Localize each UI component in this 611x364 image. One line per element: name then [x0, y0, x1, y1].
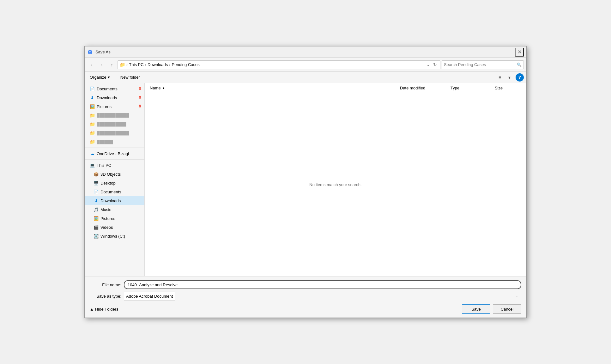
documents-pc-icon: 📄 — [94, 189, 99, 194]
organize-button[interactable]: Organize ▾ — [87, 73, 112, 82]
file-type-wrapper: Adobe Acrobat Document ⌄ — [124, 292, 521, 300]
search-input[interactable] — [444, 62, 517, 67]
view-list-button[interactable]: ≡ — [495, 73, 504, 82]
close-button[interactable]: ✕ — [515, 48, 524, 57]
sidebar-item-onedrive[interactable]: ☁ OneDrive - Bizagi — [85, 149, 144, 158]
file-name-input-wrapper — [124, 280, 521, 289]
downloads-pc-icon: ⬇ — [94, 198, 99, 203]
sidebar-item-folder3[interactable]: 📁 ████████████ — [85, 129, 144, 137]
column-header-size[interactable]: Size — [492, 83, 524, 93]
3d-objects-icon: 📦 — [94, 172, 99, 177]
sidebar: 📄 Documents 📌 ⬇ Downloads 📌 🖼️ Pictures … — [85, 83, 145, 276]
view-buttons: ≡ ▾ ? — [495, 73, 524, 82]
folder-icon-2: 📁 — [90, 122, 95, 127]
address-dropdown-icon[interactable]: ⌄ — [426, 62, 431, 67]
onedrive-icon: ☁ — [90, 151, 95, 156]
column-header-type[interactable]: Type — [448, 83, 492, 93]
pin-icon-2: 📌 — [137, 95, 142, 100]
title-bar: Save As ✕ — [85, 46, 526, 58]
address-bar[interactable]: 📁 › This PC › Downloads › Pending Cases … — [118, 60, 440, 69]
sidebar-item-desktop[interactable]: 🖥️ Desktop — [85, 179, 144, 187]
documents-icon: 📄 — [90, 86, 95, 91]
file-list: Name ▲ Date modified Type Size No items … — [145, 83, 526, 276]
file-name-row: File name: — [90, 280, 521, 289]
folder-icon: 📁 — [120, 62, 125, 67]
save-as-dialog: Save As ✕ ‹ › ↑ 📁 › This PC › Downloads … — [84, 46, 527, 318]
sidebar-item-pictures-quick[interactable]: 🖼️ Pictures 📌 — [85, 102, 144, 111]
sidebar-item-downloads-pc[interactable]: ⬇ Downloads — [85, 196, 144, 205]
toolbar-separator — [115, 74, 115, 81]
sidebar-item-folder4[interactable]: 📁 ██████ — [85, 137, 144, 146]
cancel-button[interactable]: Cancel — [493, 304, 521, 314]
pictures-pc-icon: 🖼️ — [94, 216, 99, 221]
desktop-icon: 🖥️ — [94, 180, 99, 185]
search-box[interactable]: 🔍 — [442, 60, 524, 69]
hide-folders-arrow: ▲ — [90, 307, 94, 312]
folder-icon-3: 📁 — [90, 130, 95, 136]
dialog-title: Save As — [95, 50, 515, 54]
music-icon: 🎵 — [94, 207, 99, 212]
bottom-bar: File name: Save as type: Adobe Acrobat D… — [85, 276, 526, 318]
new-folder-button[interactable]: New folder — [118, 73, 142, 82]
pin-icon-3: 📌 — [137, 104, 142, 109]
dialog-icon — [87, 49, 93, 55]
sidebar-item-folder1[interactable]: 📁 ████████████ — [85, 111, 144, 120]
sidebar-item-videos[interactable]: 🎬 Videos — [85, 223, 144, 232]
file-list-header: Name ▲ Date modified Type Size — [145, 83, 526, 93]
svg-point-2 — [89, 51, 91, 53]
downloads-icon: ⬇ — [90, 95, 95, 100]
save-type-row: Save as type: Adobe Acrobat Document ⌄ — [90, 292, 521, 300]
address-parts: › This PC › Downloads › Pending Cases — [126, 62, 425, 67]
save-as-type-select[interactable]: Adobe Acrobat Document — [124, 292, 175, 300]
file-name-label: File name: — [90, 282, 121, 287]
address-pending-cases[interactable]: Pending Cases — [171, 62, 200, 67]
sidebar-divider-1 — [85, 148, 144, 148]
this-pc-icon: 💻 — [90, 163, 95, 168]
nav-bar: ‹ › ↑ 📁 › This PC › Downloads › Pending … — [85, 58, 526, 72]
address-downloads[interactable]: Downloads — [147, 62, 168, 67]
hide-folders-button[interactable]: ▲ Hide Folders — [90, 307, 118, 312]
pictures-icon: 🖼️ — [90, 104, 95, 109]
folder-icon-4: 📁 — [90, 139, 95, 144]
organize-dropdown-icon: ▾ — [108, 75, 110, 80]
column-header-name[interactable]: Name ▲ — [147, 83, 397, 93]
save-button[interactable]: Save — [462, 304, 490, 314]
file-name-input[interactable] — [124, 280, 521, 289]
empty-message: No items match your search. — [309, 182, 361, 187]
sidebar-divider-2 — [85, 159, 144, 160]
select-dropdown-icon: ⌄ — [516, 294, 519, 298]
back-button[interactable]: ‹ — [87, 60, 96, 69]
view-dropdown-button[interactable]: ▾ — [505, 73, 514, 82]
help-button[interactable]: ? — [516, 73, 524, 82]
main-content: 📄 Documents 📌 ⬇ Downloads 📌 🖼️ Pictures … — [85, 83, 526, 276]
sidebar-item-documents[interactable]: 📄 Documents 📌 — [85, 84, 144, 93]
search-icon: 🔍 — [517, 63, 522, 67]
sidebar-item-3d-objects[interactable]: 📦 3D Objects — [85, 170, 144, 179]
windows-icon: 💽 — [94, 234, 99, 239]
sidebar-item-folder2[interactable]: 📁 ███████████ — [85, 120, 144, 129]
sidebar-item-music[interactable]: 🎵 Music — [85, 205, 144, 214]
up-button[interactable]: ↑ — [107, 60, 116, 69]
column-header-date[interactable]: Date modified — [397, 83, 448, 93]
action-bar: Organize ▾ New folder ≡ ▾ ? — [85, 72, 526, 83]
sort-arrow: ▲ — [162, 86, 165, 90]
sidebar-item-windows-c[interactable]: 💽 Windows (C:) — [85, 232, 144, 240]
pin-icon: 📌 — [137, 86, 142, 91]
sidebar-item-documents-pc[interactable]: 📄 Documents — [85, 187, 144, 196]
refresh-button[interactable]: ↻ — [432, 62, 438, 67]
sidebar-item-pictures-pc[interactable]: 🖼️ Pictures — [85, 214, 144, 223]
address-this-pc[interactable]: This PC — [128, 62, 144, 67]
sidebar-item-downloads-quick[interactable]: ⬇ Downloads 📌 — [85, 93, 144, 102]
save-as-type-label: Save as type: — [90, 294, 121, 299]
forward-button[interactable]: › — [97, 60, 106, 69]
dialog-actions: Save Cancel — [462, 304, 521, 314]
folder-icon-1: 📁 — [90, 113, 95, 118]
sidebar-item-this-pc[interactable]: 💻 This PC — [85, 161, 144, 170]
action-row: ▲ Hide Folders Save Cancel — [90, 304, 521, 314]
videos-icon: 🎬 — [94, 225, 99, 230]
file-list-body: No items match your search. — [145, 93, 526, 276]
